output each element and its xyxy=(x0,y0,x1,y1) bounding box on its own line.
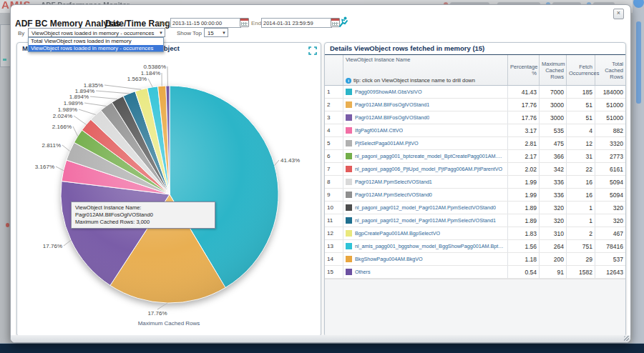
fetch-occurrences-value: 2 xyxy=(567,227,595,239)
instance-name-link[interactable]: nl_pagoni_pagr012_model_Pagr012AM.PpmSel… xyxy=(355,204,496,211)
chevron-down-icon: ▼ xyxy=(222,29,226,37)
instance-name-cell: Others xyxy=(343,266,508,278)
legend-swatch xyxy=(346,230,352,237)
fetch-occurrences-header[interactable]: Fetch Occurrences xyxy=(567,55,595,85)
percentage-value: 1.18 xyxy=(508,253,540,265)
row-number: 5 xyxy=(325,137,343,149)
instance-name-cell: nl_pagoni_pagr012_model_Pagr012AM.PpmSel… xyxy=(343,202,508,214)
legend-swatch xyxy=(346,101,352,108)
instance-name-link[interactable]: nl_pagoni_pagg001_bptcreate_model_BptCre… xyxy=(355,153,505,159)
table-row: 3Pagr012AM.BllFosOglVOStand017.763000515… xyxy=(325,111,625,124)
max-cached-rows-value: 264 xyxy=(540,240,567,252)
background-scrollbar[interactable] xyxy=(636,21,641,104)
instance-name-link[interactable]: Others xyxy=(355,269,371,275)
legend-swatch xyxy=(346,179,352,185)
pie-slice-label: 2.811% xyxy=(42,142,61,149)
table-row: 8Pagr012AM.PpmSelectVOStand11.9933616509… xyxy=(325,176,625,189)
percentage-value: 2.02 xyxy=(508,163,540,175)
by-dropdown-option[interactable]: Total ViewObject rows loaded in memory xyxy=(29,38,163,45)
by-dropdown-option[interactable]: ViewObject rows loaded in memory - occur… xyxy=(29,45,163,52)
fetch-occurrences-value: 12 xyxy=(567,137,595,149)
chevron-down-icon: ▼ xyxy=(159,29,163,37)
pie-slice-label: 1.835% xyxy=(84,82,103,89)
instance-name-link[interactable]: nl_amis_pagg001_bggshow_model_BggShowPag… xyxy=(355,243,505,249)
table-header: ViewObject Instance Name i tip: click on… xyxy=(325,55,625,86)
table-row: 6nl_pagoni_pagg001_bptcreate_model_BptCr… xyxy=(325,150,625,163)
total-cached-rows-value: 51000 xyxy=(595,111,625,124)
show-top-value: 15 xyxy=(208,30,214,36)
total-cached-rows-header[interactable]: Total Cached Rows xyxy=(595,55,625,85)
end-label: End xyxy=(251,20,261,26)
tooltip-max-cached-rows: Maximum Cached Rows: 3,000 xyxy=(75,219,211,226)
row-number: 6 xyxy=(325,150,343,162)
chart-caption: Maximum Cached Rows xyxy=(17,320,321,327)
max-cached-rows-value: 366 xyxy=(540,150,567,162)
resize-handle[interactable] xyxy=(624,336,629,341)
instance-name-header[interactable]: ViewObject Instance Name i tip: click on… xyxy=(343,55,508,85)
table-filler xyxy=(325,279,625,337)
instance-name-link[interactable]: Pagr012AM.BllFosOglVOStand1 xyxy=(355,101,429,108)
pie-label-leader xyxy=(104,85,141,89)
end-date-input[interactable] xyxy=(261,18,332,28)
pie-slice-label: 3.167% xyxy=(35,164,54,170)
pie-label-leader xyxy=(73,126,78,136)
table-title: Details ViewObject rows fetched in memor… xyxy=(325,43,625,55)
memory-analysis-dialog: × ADF BC Memory Analysis Date/Time Range… xyxy=(10,4,631,343)
start-date-input[interactable] xyxy=(170,18,241,28)
percentage-value: 1.99 xyxy=(508,176,540,188)
percentage-value: 1.89 xyxy=(508,214,540,227)
fetch-occurrences-value: 16 xyxy=(567,189,595,201)
calendar-icon[interactable] xyxy=(240,18,249,27)
instance-name-link[interactable]: Pagr012AM.PpmSelectVOStand0 xyxy=(355,192,432,198)
pie-slice-label: 1.894% xyxy=(69,94,89,100)
instance-name-link[interactable]: Pagr012AM.PpmSelectVOStand1 xyxy=(355,179,432,185)
instance-name-link[interactable]: BkgShowPagu004AM.BkgVO xyxy=(355,256,423,262)
table-row: 4IfgPagf001AM.CttVO3.175354882 xyxy=(325,124,625,137)
max-cached-rows-value: 535 xyxy=(540,124,567,136)
percentage-value: 17.76 xyxy=(508,99,540,111)
instance-name-link[interactable]: nl_pagoni_pagr012_model_Pagr012AM.PpmSel… xyxy=(355,217,496,224)
details-table-panel: Details ViewObject rows fetched in memor… xyxy=(324,42,626,337)
legend-swatch xyxy=(346,127,352,134)
show-top-select[interactable]: 15 ▼ xyxy=(204,28,228,37)
background-red-marker xyxy=(6,223,9,227)
pie-label-leader xyxy=(64,240,71,246)
by-label: By xyxy=(18,30,24,36)
pie-label-leader xyxy=(90,96,117,99)
by-select[interactable]: ViewObject rows loaded in memory - occur… xyxy=(28,28,165,37)
pie-slice-label: 1.563% xyxy=(127,76,147,82)
close-icon[interactable]: × xyxy=(613,9,624,19)
pie-label-leader xyxy=(74,116,87,124)
run-query-icon[interactable] xyxy=(338,16,349,28)
instance-name-link[interactable]: IfgPagf001AM.CttVO xyxy=(355,127,403,134)
legend-swatch xyxy=(346,204,352,211)
instance-name-link[interactable]: nl_pagoni_pagg006_PjtUpd_model_PjtPagg00… xyxy=(355,166,502,172)
instance-name-link[interactable]: Pagr012AM.BllFosOglVOStand0 xyxy=(355,114,429,121)
instance-name-link[interactable]: BgpCreatePagu001AM.BgpSelectVO xyxy=(355,230,440,237)
row-number-header xyxy=(325,55,343,85)
total-cached-rows-value: 537 xyxy=(595,253,625,265)
table-row: 11nl_pagoni_pagr012_model_Pagr012AM.PpmS… xyxy=(325,214,625,227)
pie-slice-label: 17.76% xyxy=(147,310,167,317)
instance-name-link[interactable]: PjtSelectPaga001AM.PjtVO xyxy=(355,140,419,146)
chart-panel: Maximum rows loaded in memory by ViewObj… xyxy=(16,42,321,337)
row-number: 13 xyxy=(325,240,343,252)
instance-name-cell: nl_pagoni_pagg001_bptcreate_model_BptCre… xyxy=(343,150,508,162)
pie-label-leader xyxy=(157,303,167,309)
max-cached-rows-value: 7000 xyxy=(540,86,567,98)
max-cached-rows-header[interactable]: Maximum Cached Rows xyxy=(540,55,567,85)
percentage-header[interactable]: Percentage % xyxy=(508,55,540,85)
total-cached-rows-value: 78416 xyxy=(595,240,625,252)
total-cached-rows-value: 882 xyxy=(595,124,625,136)
row-number: 10 xyxy=(325,202,343,214)
pie-label-leader xyxy=(148,79,152,87)
table-body: 1Pagg009ShowAM.GbsVsIVO41.43700018518400… xyxy=(325,86,625,279)
total-cached-rows-value: 184000 xyxy=(595,86,625,98)
instance-name-cell: IfgPagf001AM.CttVO xyxy=(343,124,508,136)
instance-name-link[interactable]: Pagg009ShowAM.GbsVsIVO xyxy=(355,89,422,95)
instance-name-cell: Pagr012AM.BllFosOglVOStand0 xyxy=(343,111,508,124)
max-cached-rows-value: 200 xyxy=(540,253,567,265)
total-cached-rows-value: 51000 xyxy=(595,99,625,111)
drilldown-tip: i tip: click on ViewObject instance name… xyxy=(346,77,505,84)
legend-swatch xyxy=(346,192,352,198)
